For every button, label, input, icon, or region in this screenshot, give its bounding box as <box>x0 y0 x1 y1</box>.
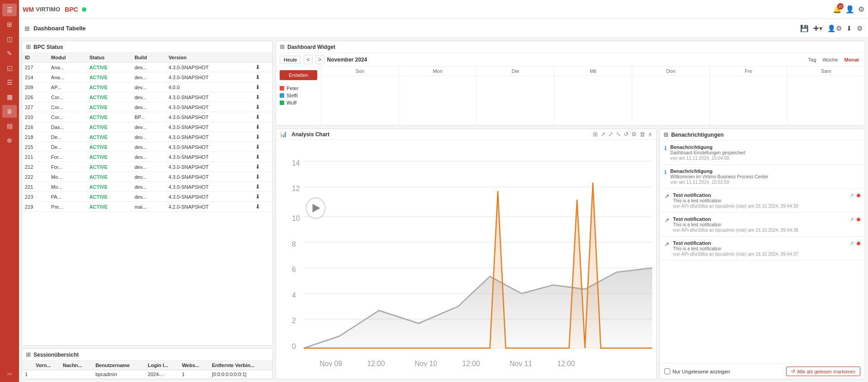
download-icon[interactable]: ⬇ <box>255 74 260 81</box>
cell-dl[interactable]: ⬇ <box>253 142 272 152</box>
cell-version: 4.3.0-SNAPSHOT <box>166 122 253 132</box>
cell-dl[interactable]: ⬇ <box>253 172 272 182</box>
ac-icon-grid[interactable]: ⊞ <box>593 131 598 138</box>
cell-dl[interactable]: ⬇ <box>253 82 272 92</box>
dw-tab-monat[interactable]: Monat <box>842 56 861 63</box>
table-row: 217 Ana... ACTIVE dev... 4.3.0-SNAPSHOT … <box>22 62 272 72</box>
sidebar-icon-list[interactable]: ☰ <box>2 76 17 89</box>
legend-label-wuff: Wuff <box>286 100 296 105</box>
page-title: Dashboard Tabelle <box>33 25 86 32</box>
cell-build: dev... <box>132 102 166 112</box>
gear-icon[interactable]: ⚙ <box>857 24 863 33</box>
sidebar-icon-table[interactable]: ▤ <box>2 119 17 132</box>
cell-build: dev... <box>132 122 166 132</box>
user-icon[interactable]: 👤 <box>845 5 854 14</box>
download-icon[interactable]: ⬇ <box>846 24 852 33</box>
add-icon[interactable]: ✚▾ <box>813 24 823 33</box>
ac-icon-delete[interactable]: 🗑 <box>639 131 645 138</box>
dw-view-tabs: Tag Woche Monat <box>806 56 861 63</box>
download-icon[interactable]: ⬇ <box>255 143 260 150</box>
notif-filter-checkbox[interactable]: Nur Ungelesene anzeigen <box>664 368 730 374</box>
table-row: 226 Cor... ACTIVE dev... 4.3.0-SNAPSHOT … <box>22 92 272 102</box>
sidebar-icon-edit[interactable]: ✎ <box>2 47 17 60</box>
cell-dl[interactable]: ⬇ <box>253 122 272 132</box>
download-icon[interactable]: ⬇ <box>255 84 260 91</box>
download-icon[interactable]: ⬇ <box>255 163 260 170</box>
cell-dl[interactable]: ⬇ <box>253 132 272 142</box>
ac-body: 14 12 10 8 6 4 2 0 <box>276 140 656 379</box>
dw-tab-woche[interactable]: Woche <box>820 56 840 63</box>
cell-dl[interactable]: ⬇ <box>253 152 272 162</box>
sidebar-icon-monitor[interactable]: 🖥 <box>2 105 17 118</box>
scol-webs: Webs... <box>179 361 209 370</box>
cell-dl[interactable]: ⬇ <box>253 62 272 72</box>
svg-text:12:00: 12:00 <box>367 359 385 368</box>
session-table-wrap[interactable]: Vorn... Nachn... Benutzername Login I...… <box>22 361 272 379</box>
save-icon[interactable]: 💾 <box>800 24 809 33</box>
notification-bell[interactable]: 🔔 25 <box>833 5 842 14</box>
download-icon[interactable]: ⬇ <box>255 64 260 71</box>
svg-text:8: 8 <box>292 239 296 248</box>
mark-all-read-button[interactable]: ↺ Alle als gelesen markieren <box>786 367 860 376</box>
cell-version: 4.3.0-SNAPSHOT <box>166 182 253 192</box>
dw-today-button[interactable]: Heute <box>280 56 301 64</box>
download-icon[interactable]: ⬇ <box>255 173 260 180</box>
notification-item: ℹ Benachrichtigung Dashboard Einstellung… <box>660 141 865 165</box>
download-icon[interactable]: ⬇ <box>255 183 260 190</box>
notif-open-icon[interactable]: ↗ <box>849 216 854 223</box>
cell-id: 223 <box>22 192 48 202</box>
cell-status: ACTIVE <box>86 152 132 162</box>
sidebar-icon-grid[interactable]: ▦ <box>2 91 17 103</box>
notif-meta: von am 11.11.2024, 15:04:08 <box>670 156 857 161</box>
cell-dl[interactable]: ⬇ <box>253 162 272 172</box>
dw-create-button[interactable]: Erstellen <box>280 70 317 80</box>
download-icon[interactable]: ⬇ <box>255 124 260 130</box>
sidebar-icon-dashboard[interactable]: ⊞ <box>2 18 17 31</box>
ac-icon-fullscreen[interactable]: ⤡ <box>616 131 621 138</box>
cell-dl[interactable]: ⬇ <box>253 92 272 102</box>
cell-dl[interactable]: ⬇ <box>253 112 272 122</box>
cell-dl[interactable]: ⬇ <box>253 192 272 202</box>
notification-count: 25 <box>837 3 844 10</box>
cell-version: 4.3.0-SNAPSHOT <box>166 62 253 72</box>
dw-next-button[interactable]: > <box>315 55 324 64</box>
download-icon[interactable]: ⬇ <box>255 94 260 100</box>
ac-icon-refresh[interactable]: ↺ <box>624 131 629 138</box>
download-icon[interactable]: ⬇ <box>255 104 260 110</box>
cell-dl[interactable]: ⬇ <box>253 202 272 212</box>
user-settings-icon[interactable]: 👤⚙ <box>827 24 842 33</box>
cell-dl[interactable]: ⬇ <box>253 72 272 82</box>
download-icon[interactable]: ⬇ <box>255 193 260 200</box>
download-icon[interactable]: ⬇ <box>255 203 260 210</box>
mark-read-label: Alle als gelesen markieren <box>797 369 855 374</box>
dw-col-mon: Mon <box>399 67 477 125</box>
ac-icon-external[interactable]: ↗ <box>601 131 606 138</box>
cell-modul: Mo... <box>48 182 87 192</box>
sidebar-expand-button[interactable]: >> <box>2 369 17 378</box>
sidebar-icon-plus[interactable]: ⊕ <box>2 134 17 147</box>
dw-tab-tag[interactable]: Tag <box>806 56 819 63</box>
ac-icon-collapse[interactable]: ∧ <box>648 131 653 138</box>
sidebar-icon-menu[interactable]: ☰ <box>2 4 17 16</box>
bpc-status-table: ID Modul Status Build Version 217 Ana...… <box>22 53 272 212</box>
bpc-status-table-wrap[interactable]: ID Modul Status Build Version 217 Ana...… <box>22 53 272 212</box>
logo-bpc: BPC <box>65 6 78 13</box>
ac-icon-expand[interactable]: ⤢ <box>608 131 613 138</box>
cell-dl[interactable]: ⬇ <box>253 182 272 192</box>
download-icon[interactable]: ⬇ <box>255 134 260 140</box>
dw-title: Dashboard Widget <box>287 44 335 50</box>
sidebar-icon-box[interactable]: ◱ <box>2 62 17 74</box>
settings-icon[interactable]: ⚙ <box>858 5 864 14</box>
download-icon[interactable]: ⬇ <box>255 153 260 160</box>
cell-dl[interactable]: ⬇ <box>253 102 272 112</box>
notif-filter-input[interactable] <box>664 368 670 374</box>
notif-open-icon[interactable]: ↗ <box>849 192 854 199</box>
notif-title: Benachrichtigung <box>670 168 857 174</box>
page-header-actions: 💾 ✚▾ 👤⚙ ⬇ ⚙ <box>800 24 863 33</box>
sidebar-icon-layout[interactable]: ◫ <box>2 33 17 45</box>
dw-prev-button[interactable]: < <box>304 55 313 64</box>
notif-open-icon[interactable]: ↗ <box>849 240 854 247</box>
svg-text:2: 2 <box>292 316 296 325</box>
ac-icon-settings[interactable]: ⚙ <box>631 131 637 138</box>
download-icon[interactable]: ⬇ <box>255 114 260 120</box>
